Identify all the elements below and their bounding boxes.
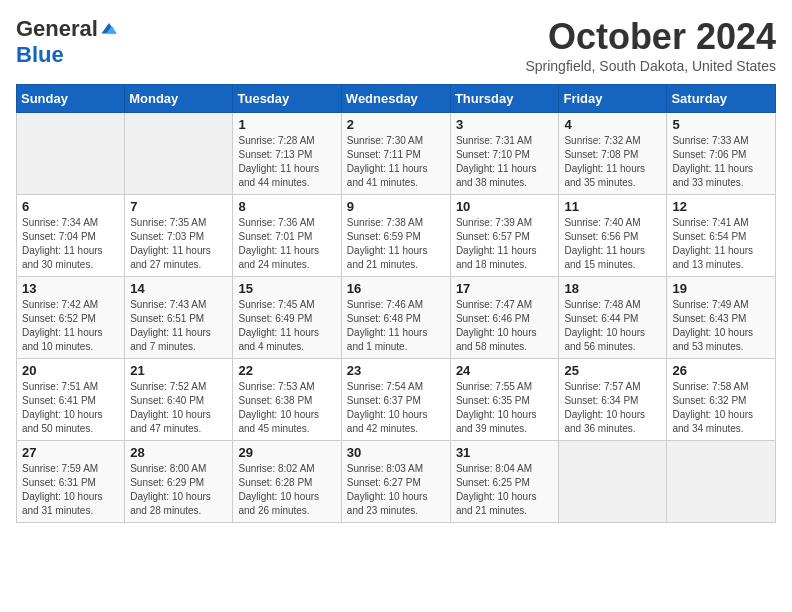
day-number: 17 bbox=[456, 281, 554, 296]
day-info: Sunrise: 7:30 AM Sunset: 7:11 PM Dayligh… bbox=[347, 134, 445, 190]
calendar-cell: 3Sunrise: 7:31 AM Sunset: 7:10 PM Daylig… bbox=[450, 113, 559, 195]
calendar-cell: 8Sunrise: 7:36 AM Sunset: 7:01 PM Daylig… bbox=[233, 195, 341, 277]
calendar-cell: 24Sunrise: 7:55 AM Sunset: 6:35 PM Dayli… bbox=[450, 359, 559, 441]
column-header-friday: Friday bbox=[559, 85, 667, 113]
day-number: 6 bbox=[22, 199, 119, 214]
calendar-cell: 13Sunrise: 7:42 AM Sunset: 6:52 PM Dayli… bbox=[17, 277, 125, 359]
calendar-cell bbox=[125, 113, 233, 195]
day-info: Sunrise: 7:53 AM Sunset: 6:38 PM Dayligh… bbox=[238, 380, 335, 436]
column-header-thursday: Thursday bbox=[450, 85, 559, 113]
day-number: 10 bbox=[456, 199, 554, 214]
calendar-cell: 2Sunrise: 7:30 AM Sunset: 7:11 PM Daylig… bbox=[341, 113, 450, 195]
day-info: Sunrise: 8:03 AM Sunset: 6:27 PM Dayligh… bbox=[347, 462, 445, 518]
day-number: 14 bbox=[130, 281, 227, 296]
calendar-cell bbox=[667, 441, 776, 523]
day-info: Sunrise: 7:36 AM Sunset: 7:01 PM Dayligh… bbox=[238, 216, 335, 272]
title-block: October 2024 Springfield, South Dakota, … bbox=[525, 16, 776, 74]
calendar-week-row: 20Sunrise: 7:51 AM Sunset: 6:41 PM Dayli… bbox=[17, 359, 776, 441]
day-number: 11 bbox=[564, 199, 661, 214]
day-info: Sunrise: 8:00 AM Sunset: 6:29 PM Dayligh… bbox=[130, 462, 227, 518]
calendar-cell: 15Sunrise: 7:45 AM Sunset: 6:49 PM Dayli… bbox=[233, 277, 341, 359]
day-number: 5 bbox=[672, 117, 770, 132]
calendar-cell bbox=[559, 441, 667, 523]
column-header-monday: Monday bbox=[125, 85, 233, 113]
calendar-week-row: 13Sunrise: 7:42 AM Sunset: 6:52 PM Dayli… bbox=[17, 277, 776, 359]
calendar-cell: 30Sunrise: 8:03 AM Sunset: 6:27 PM Dayli… bbox=[341, 441, 450, 523]
calendar-week-row: 27Sunrise: 7:59 AM Sunset: 6:31 PM Dayli… bbox=[17, 441, 776, 523]
day-info: Sunrise: 7:43 AM Sunset: 6:51 PM Dayligh… bbox=[130, 298, 227, 354]
day-info: Sunrise: 7:48 AM Sunset: 6:44 PM Dayligh… bbox=[564, 298, 661, 354]
day-number: 8 bbox=[238, 199, 335, 214]
calendar-cell: 18Sunrise: 7:48 AM Sunset: 6:44 PM Dayli… bbox=[559, 277, 667, 359]
calendar-cell: 22Sunrise: 7:53 AM Sunset: 6:38 PM Dayli… bbox=[233, 359, 341, 441]
day-number: 18 bbox=[564, 281, 661, 296]
day-number: 23 bbox=[347, 363, 445, 378]
day-info: Sunrise: 7:49 AM Sunset: 6:43 PM Dayligh… bbox=[672, 298, 770, 354]
logo-general-text: General bbox=[16, 16, 98, 42]
day-number: 31 bbox=[456, 445, 554, 460]
logo-blue-text: Blue bbox=[16, 42, 64, 68]
day-info: Sunrise: 7:55 AM Sunset: 6:35 PM Dayligh… bbox=[456, 380, 554, 436]
calendar-cell: 6Sunrise: 7:34 AM Sunset: 7:04 PM Daylig… bbox=[17, 195, 125, 277]
day-number: 12 bbox=[672, 199, 770, 214]
day-info: Sunrise: 8:04 AM Sunset: 6:25 PM Dayligh… bbox=[456, 462, 554, 518]
calendar-cell: 14Sunrise: 7:43 AM Sunset: 6:51 PM Dayli… bbox=[125, 277, 233, 359]
logo: General Blue bbox=[16, 16, 118, 68]
day-info: Sunrise: 7:54 AM Sunset: 6:37 PM Dayligh… bbox=[347, 380, 445, 436]
day-info: Sunrise: 7:42 AM Sunset: 6:52 PM Dayligh… bbox=[22, 298, 119, 354]
calendar-header-row: SundayMondayTuesdayWednesdayThursdayFrid… bbox=[17, 85, 776, 113]
calendar-cell: 23Sunrise: 7:54 AM Sunset: 6:37 PM Dayli… bbox=[341, 359, 450, 441]
day-info: Sunrise: 7:34 AM Sunset: 7:04 PM Dayligh… bbox=[22, 216, 119, 272]
calendar-week-row: 6Sunrise: 7:34 AM Sunset: 7:04 PM Daylig… bbox=[17, 195, 776, 277]
day-number: 30 bbox=[347, 445, 445, 460]
day-info: Sunrise: 7:46 AM Sunset: 6:48 PM Dayligh… bbox=[347, 298, 445, 354]
calendar-cell: 26Sunrise: 7:58 AM Sunset: 6:32 PM Dayli… bbox=[667, 359, 776, 441]
calendar-cell: 12Sunrise: 7:41 AM Sunset: 6:54 PM Dayli… bbox=[667, 195, 776, 277]
day-number: 24 bbox=[456, 363, 554, 378]
day-number: 15 bbox=[238, 281, 335, 296]
day-info: Sunrise: 7:47 AM Sunset: 6:46 PM Dayligh… bbox=[456, 298, 554, 354]
day-number: 26 bbox=[672, 363, 770, 378]
day-info: Sunrise: 7:38 AM Sunset: 6:59 PM Dayligh… bbox=[347, 216, 445, 272]
day-info: Sunrise: 7:32 AM Sunset: 7:08 PM Dayligh… bbox=[564, 134, 661, 190]
calendar-cell: 4Sunrise: 7:32 AM Sunset: 7:08 PM Daylig… bbox=[559, 113, 667, 195]
day-number: 7 bbox=[130, 199, 227, 214]
day-number: 4 bbox=[564, 117, 661, 132]
day-number: 3 bbox=[456, 117, 554, 132]
calendar-week-row: 1Sunrise: 7:28 AM Sunset: 7:13 PM Daylig… bbox=[17, 113, 776, 195]
day-number: 28 bbox=[130, 445, 227, 460]
calendar-cell: 17Sunrise: 7:47 AM Sunset: 6:46 PM Dayli… bbox=[450, 277, 559, 359]
day-info: Sunrise: 7:57 AM Sunset: 6:34 PM Dayligh… bbox=[564, 380, 661, 436]
calendar-table: SundayMondayTuesdayWednesdayThursdayFrid… bbox=[16, 84, 776, 523]
column-header-wednesday: Wednesday bbox=[341, 85, 450, 113]
day-number: 27 bbox=[22, 445, 119, 460]
calendar-cell: 19Sunrise: 7:49 AM Sunset: 6:43 PM Dayli… bbox=[667, 277, 776, 359]
month-title: October 2024 bbox=[525, 16, 776, 58]
day-info: Sunrise: 7:59 AM Sunset: 6:31 PM Dayligh… bbox=[22, 462, 119, 518]
day-info: Sunrise: 7:35 AM Sunset: 7:03 PM Dayligh… bbox=[130, 216, 227, 272]
day-number: 19 bbox=[672, 281, 770, 296]
day-number: 25 bbox=[564, 363, 661, 378]
page-header: General Blue October 2024 Springfield, S… bbox=[16, 16, 776, 74]
calendar-cell: 31Sunrise: 8:04 AM Sunset: 6:25 PM Dayli… bbox=[450, 441, 559, 523]
day-number: 20 bbox=[22, 363, 119, 378]
day-number: 9 bbox=[347, 199, 445, 214]
calendar-cell: 10Sunrise: 7:39 AM Sunset: 6:57 PM Dayli… bbox=[450, 195, 559, 277]
day-number: 16 bbox=[347, 281, 445, 296]
calendar-cell: 1Sunrise: 7:28 AM Sunset: 7:13 PM Daylig… bbox=[233, 113, 341, 195]
day-number: 13 bbox=[22, 281, 119, 296]
calendar-cell bbox=[17, 113, 125, 195]
day-info: Sunrise: 7:52 AM Sunset: 6:40 PM Dayligh… bbox=[130, 380, 227, 436]
day-number: 22 bbox=[238, 363, 335, 378]
day-info: Sunrise: 7:33 AM Sunset: 7:06 PM Dayligh… bbox=[672, 134, 770, 190]
day-info: Sunrise: 7:31 AM Sunset: 7:10 PM Dayligh… bbox=[456, 134, 554, 190]
day-info: Sunrise: 7:45 AM Sunset: 6:49 PM Dayligh… bbox=[238, 298, 335, 354]
day-info: Sunrise: 7:40 AM Sunset: 6:56 PM Dayligh… bbox=[564, 216, 661, 272]
calendar-cell: 7Sunrise: 7:35 AM Sunset: 7:03 PM Daylig… bbox=[125, 195, 233, 277]
calendar-cell: 5Sunrise: 7:33 AM Sunset: 7:06 PM Daylig… bbox=[667, 113, 776, 195]
calendar-cell: 28Sunrise: 8:00 AM Sunset: 6:29 PM Dayli… bbox=[125, 441, 233, 523]
day-info: Sunrise: 8:02 AM Sunset: 6:28 PM Dayligh… bbox=[238, 462, 335, 518]
calendar-cell: 11Sunrise: 7:40 AM Sunset: 6:56 PM Dayli… bbox=[559, 195, 667, 277]
day-number: 2 bbox=[347, 117, 445, 132]
day-info: Sunrise: 7:28 AM Sunset: 7:13 PM Dayligh… bbox=[238, 134, 335, 190]
